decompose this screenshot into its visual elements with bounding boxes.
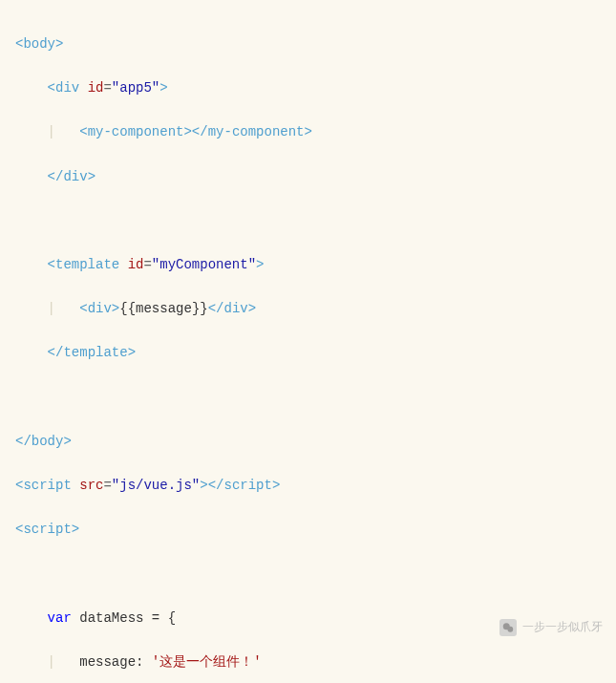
- code-line: <script src="js/vue.js"></script>: [13, 475, 610, 497]
- code-line: <body>: [13, 33, 610, 55]
- code-line: [13, 210, 610, 232]
- code-line: </template>: [13, 342, 610, 364]
- code-block: <body> <div id="app5"> | <my-component><…: [0, 0, 616, 683]
- code-line: [13, 563, 610, 585]
- code-line: | <my-component></my-component>: [13, 121, 610, 143]
- code-line: </div>: [13, 166, 610, 188]
- code-line: var dataMess = {: [13, 608, 610, 630]
- code-line: <template id="myComponent">: [13, 254, 610, 276]
- code-line: [13, 387, 610, 409]
- code-line: | message: '这是一个组件！': [13, 651, 610, 673]
- code-line: <div id="app5">: [13, 77, 610, 99]
- code-line: <script>: [13, 519, 610, 541]
- code-line: </body>: [13, 431, 610, 453]
- code-line: | <div>{{message}}</div>: [13, 298, 610, 320]
